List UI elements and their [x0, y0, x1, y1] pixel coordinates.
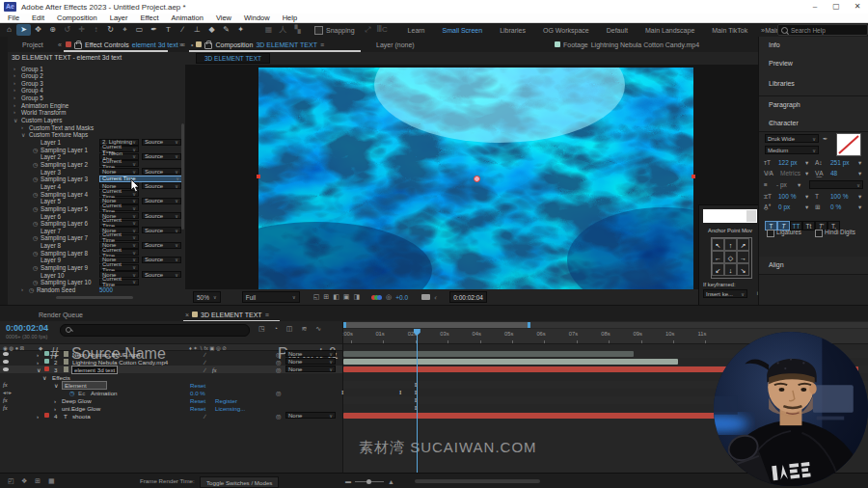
comp-timecode[interactable]: 0:00:02:04	[449, 291, 487, 303]
rect-tool[interactable]: ▭	[132, 24, 147, 36]
twirl-icon[interactable]: ∨	[14, 117, 17, 123]
panel-menu-icon[interactable]: ≡	[769, 120, 861, 126]
value-dropdown[interactable]: None∨	[99, 168, 139, 175]
eye-icon[interactable]	[3, 360, 9, 364]
stopwatch-icon[interactable]: ◷	[33, 161, 38, 168]
search-help-input[interactable]: Search Help	[777, 24, 868, 36]
source-dropdown[interactable]: Source∨	[142, 242, 181, 249]
effect-name[interactable]: Deep Glow	[62, 397, 92, 404]
source-dropdown[interactable]: Source∨	[142, 212, 181, 219]
timeline-row-neon-abstract-blue-mp4[interactable]: ›1Neon Abstract BLUE.mp4∕◎None∨	[0, 350, 342, 358]
timeline-row-lightning-nebula-cotton-candy-mp4[interactable]: ›2Lightning Nebula Cotton Candy.mp4∕◎Non…	[0, 358, 342, 366]
horizontal-scale-value[interactable]: 100 %	[830, 193, 848, 200]
parent-pickwhip-icon[interactable]: ◎	[276, 366, 281, 373]
timeline-row-element-3d-text[interactable]: ∨3element 3d text∕fx◎None∨	[0, 366, 342, 373]
layer-name[interactable]: Neon Abstract BLUE.mp4	[72, 351, 141, 358]
breadcrumb[interactable]: 3D ELEMENT TEXT	[196, 53, 270, 64]
twirl-icon[interactable]: ›	[14, 66, 15, 71]
roto-brush-tool[interactable]: ✎	[219, 24, 233, 36]
rotation-tool[interactable]: ↻	[103, 24, 118, 36]
kerning-value[interactable]: Metrics	[780, 170, 800, 176]
toggle-switches-button[interactable]: Toggle Switches / Modes	[200, 476, 279, 488]
grid-icon[interactable]: ▦	[48, 477, 55, 485]
comp-viewport[interactable]	[185, 65, 758, 289]
work-area-track[interactable]	[343, 322, 868, 328]
font-size-value[interactable]: 122 px	[778, 159, 798, 166]
stopwatch-icon[interactable]: ◷	[33, 220, 38, 227]
menu-animation[interactable]: Animation	[172, 14, 203, 22]
timeline-row-animation[interactable]: ◂⋄▸◷EcAnimation0.0 %◎	[0, 389, 342, 396]
workspace-main-landscape[interactable]: Main Landscape	[637, 27, 703, 34]
tsume-value[interactable]: 0 %	[830, 203, 841, 210]
zoom-tool[interactable]: ⊕	[45, 24, 60, 36]
hand-tool[interactable]: ✥	[31, 24, 45, 36]
keyframe-marker[interactable]: I	[399, 389, 401, 396]
source-dropdown[interactable]: Source∨	[142, 153, 181, 160]
source-dropdown[interactable]: Source∨	[142, 139, 181, 146]
tab-project[interactable]: Project	[22, 37, 43, 52]
menu-window[interactable]: Window	[244, 14, 270, 22]
workspace-main-tiktok[interactable]: Main TikTok	[703, 27, 756, 34]
twirl-icon[interactable]: ›	[14, 102, 15, 108]
twirl-icon[interactable]: ∨	[37, 366, 41, 373]
work-area-handle[interactable]	[343, 322, 346, 328]
anchor-point[interactable]	[474, 176, 480, 182]
vertical-scale-value[interactable]: 100 %	[778, 193, 796, 200]
show-snapshot-icon[interactable]: ◐	[434, 294, 438, 301]
menu-view[interactable]: View	[216, 14, 231, 22]
ap-arrow-↙[interactable]: ↙	[712, 263, 724, 276]
tab-footage[interactable]: Footage Lightning Nebula Cotton Candy.mp…	[555, 37, 699, 52]
value-dropdown[interactable]: Current Time∨	[99, 234, 139, 241]
source-dropdown[interactable]: Source∨	[142, 227, 181, 233]
effect-link-reset[interactable]: Reset	[190, 397, 205, 404]
value-dropdown[interactable]: Current Time∨	[99, 249, 139, 256]
layer-name[interactable]: Lightning Nebula Cotton Candy.mp4	[72, 359, 168, 366]
stopwatch-icon[interactable]: ◷	[33, 234, 38, 241]
puppet-pin-tool[interactable]: ✦	[233, 24, 248, 36]
layer-color-label[interactable]	[44, 366, 49, 371]
twirl-icon[interactable]: ›	[37, 359, 39, 366]
type-tool[interactable]: T	[161, 24, 176, 36]
timeline-row-effects[interactable]: ∨Effects	[0, 373, 342, 381]
twirl-icon[interactable]: ›	[14, 72, 15, 78]
value-dropdown[interactable]: Current Time∨	[99, 220, 139, 227]
section-preview[interactable]: Preview	[759, 55, 868, 76]
pickwhip-icon[interactable]: ◎	[276, 390, 281, 396]
layer-duration-bar[interactable]	[343, 351, 634, 357]
twirl-icon[interactable]: ∨	[21, 131, 25, 138]
effect-link-licensing[interactable]: Licensing...	[215, 405, 245, 412]
ap-arrow-↓[interactable]: ↓	[724, 263, 737, 276]
timeline-search-input[interactable]	[60, 324, 250, 337]
parent-select[interactable]: None∨	[285, 350, 336, 357]
twirl-icon[interactable]: ›	[14, 109, 15, 115]
timeline-hscrollbar[interactable]	[415, 479, 540, 483]
tab-scroll-right[interactable]: »	[179, 37, 183, 52]
timeline-icon-0[interactable]: ◳	[258, 325, 265, 333]
twirl-icon[interactable]: ›	[14, 87, 15, 93]
timeline-timecode[interactable]: 0:00:02:04	[6, 323, 48, 333]
stroke-width-value[interactable]: - px	[776, 181, 787, 188]
expand-icon[interactable]: ⤢	[361, 24, 375, 36]
ec-vscrollbar[interactable]	[181, 123, 184, 230]
ec-hscrollbar[interactable]	[56, 296, 133, 299]
eye-icon[interactable]	[3, 367, 9, 371]
eraser-tool[interactable]: ◆	[204, 24, 219, 36]
source-dropdown[interactable]: Source∨	[142, 257, 181, 263]
align-icon-2[interactable]: 人	[276, 24, 290, 36]
menu-layer[interactable]: Layer	[110, 14, 128, 22]
exposure-value[interactable]: +0.0	[395, 294, 408, 301]
home-tool[interactable]: ⌂	[2, 24, 16, 36]
proxy-icon[interactable]: ⊞	[35, 477, 41, 485]
section-libraries[interactable]: Libraries	[759, 75, 868, 96]
timeline-icon-1[interactable]: ◔	[274, 325, 278, 333]
ap-arrow-◇[interactable]: ◇	[724, 251, 737, 263]
orbit-camera-tool[interactable]: ↺	[60, 24, 74, 36]
twirl-icon[interactable]: ›	[37, 351, 39, 358]
ap-arrow-→[interactable]: →	[737, 251, 749, 263]
stopwatch-icon[interactable]: ◷	[33, 264, 38, 271]
minimize-button[interactable]: –	[804, 0, 826, 13]
fill-color-swatch[interactable]	[836, 133, 861, 156]
pen-tool[interactable]: ✒	[147, 24, 161, 36]
timeline-icon-4[interactable]: ∿	[315, 325, 321, 333]
value-dropdown[interactable]: Current Time∨	[99, 204, 139, 211]
